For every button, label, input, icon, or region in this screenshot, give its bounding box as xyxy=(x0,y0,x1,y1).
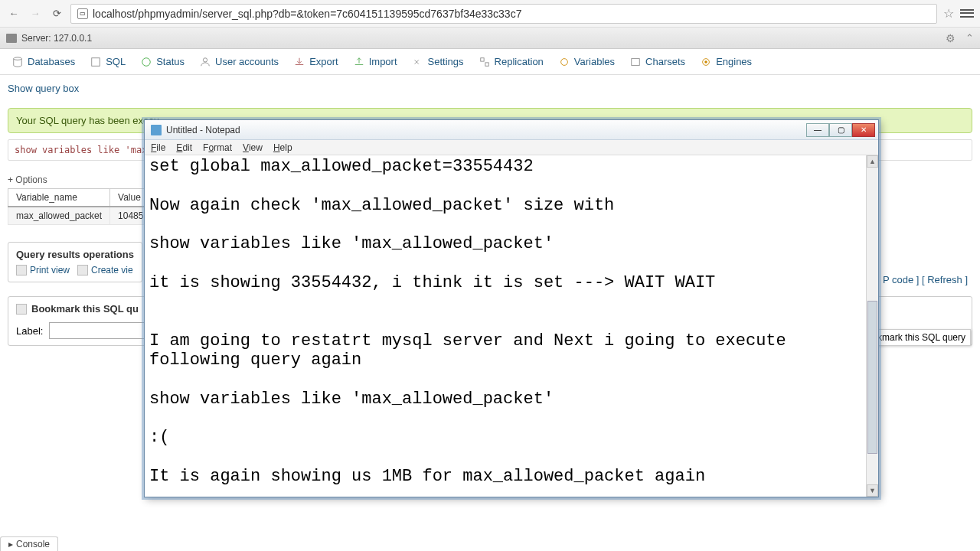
svg-rect-1 xyxy=(92,57,100,66)
php-code-link[interactable]: P code xyxy=(883,274,913,285)
export-icon xyxy=(294,57,305,67)
forward-button[interactable]: → xyxy=(28,6,43,21)
tab-status[interactable]: Status xyxy=(133,51,192,72)
notepad-titlebar[interactable]: Untitled - Notepad — ▢ ✕ xyxy=(145,120,878,140)
tab-charsets[interactable]: Charsets xyxy=(622,51,693,72)
tab-user-accounts[interactable]: User accounts xyxy=(192,51,286,72)
print-icon xyxy=(16,265,27,276)
database-icon xyxy=(12,57,23,67)
back-button[interactable]: ← xyxy=(6,6,21,21)
variables-icon xyxy=(559,57,570,67)
server-label: Server: 127.0.0.1 xyxy=(21,33,92,44)
bookmark-star-icon[interactable]: ☆ xyxy=(943,6,954,21)
bookmark-icon xyxy=(16,304,27,315)
maximize-button[interactable]: ▢ xyxy=(829,123,852,137)
browser-toolbar: ← → ⟳ ▭ localhost/phpmyadmin/server_sql.… xyxy=(0,0,980,28)
tab-engines[interactable]: Engines xyxy=(693,51,760,72)
tab-databases[interactable]: Databases xyxy=(5,51,83,72)
address-bar[interactable]: ▭ localhost/phpmyadmin/server_sql.php?db… xyxy=(70,4,937,24)
nav-tabs: Databases SQL Status User accounts Expor… xyxy=(0,49,980,75)
scrollbar[interactable]: ▲ ▼ xyxy=(866,155,878,497)
close-button[interactable]: ✕ xyxy=(852,123,875,137)
menu-view[interactable]: View xyxy=(243,142,263,153)
ops-title: Query results operations xyxy=(16,249,134,260)
label-label: Label: xyxy=(16,325,43,337)
menu-format[interactable]: Format xyxy=(203,142,232,153)
scroll-thumb[interactable] xyxy=(867,301,877,454)
menu-edit[interactable]: Edit xyxy=(176,142,192,153)
replication-icon xyxy=(479,57,490,67)
svg-point-9 xyxy=(704,60,707,64)
tab-settings[interactable]: Settings xyxy=(405,51,472,72)
scroll-down-icon[interactable]: ▼ xyxy=(867,484,878,497)
server-breadcrumb: Server: 127.0.0.1 ⚙ ⌃ xyxy=(0,28,980,49)
reload-button[interactable]: ⟳ xyxy=(49,6,64,21)
minimize-button[interactable]: — xyxy=(806,123,829,137)
tab-replication[interactable]: Replication xyxy=(472,51,551,72)
svg-rect-5 xyxy=(485,62,488,65)
engines-icon xyxy=(701,57,711,67)
settings-icon xyxy=(413,57,423,67)
create-view-button[interactable]: Create vie xyxy=(77,265,133,276)
query-results-operations: Query results operations Print view Crea… xyxy=(8,242,142,282)
svg-point-0 xyxy=(14,57,22,60)
show-query-box-link[interactable]: Show query box xyxy=(8,83,79,94)
refresh-link[interactable]: Refresh xyxy=(927,274,962,285)
print-view-button[interactable]: Print view xyxy=(16,265,70,276)
svg-point-2 xyxy=(142,57,151,66)
svg-point-3 xyxy=(203,57,207,61)
import-icon xyxy=(354,57,364,67)
scroll-up-icon[interactable]: ▲ xyxy=(867,155,878,168)
gear-icon[interactable]: ⚙ xyxy=(946,32,956,44)
notepad-body: set global max_allowed_packet=33554432 N… xyxy=(145,155,878,497)
console-tab[interactable]: ▸ Console xyxy=(0,536,58,551)
tab-export[interactable]: Export xyxy=(286,51,346,72)
charsets-icon xyxy=(630,57,641,67)
server-icon xyxy=(6,34,17,43)
tab-sql[interactable]: SQL xyxy=(83,51,133,72)
notepad-icon xyxy=(151,125,162,135)
table-row: max_allowed_packet 1048576 xyxy=(8,207,162,225)
url-text: localhost/phpmyadmin/server_sql.php?db=&… xyxy=(93,8,521,20)
console-chevron-icon: ▸ xyxy=(8,539,13,549)
menu-file[interactable]: File xyxy=(151,142,165,153)
status-icon xyxy=(141,57,152,67)
collapse-icon[interactable]: ⌃ xyxy=(965,32,974,44)
cell-variable-name: max_allowed_packet xyxy=(8,207,110,225)
svg-point-6 xyxy=(560,58,567,65)
page-icon: ▭ xyxy=(77,8,88,19)
sql-icon xyxy=(90,57,101,67)
users-icon xyxy=(200,57,211,67)
svg-rect-4 xyxy=(480,57,483,60)
hamburger-menu-icon[interactable] xyxy=(960,7,974,21)
notepad-window: Untitled - Notepad — ▢ ✕ File Edit Forma… xyxy=(144,119,879,497)
result-links: P code ] [ Refresh ] xyxy=(883,274,968,285)
tab-import[interactable]: Import xyxy=(346,51,405,72)
result-table: Variable_name Value max_allowed_packet 1… xyxy=(8,188,162,225)
notepad-title: Untitled - Notepad xyxy=(166,125,802,135)
view-icon xyxy=(77,265,88,276)
svg-rect-7 xyxy=(632,58,640,65)
menu-help[interactable]: Help xyxy=(273,142,292,153)
tab-variables[interactable]: Variables xyxy=(551,51,622,72)
notepad-textarea[interactable]: set global max_allowed_packet=33554432 N… xyxy=(145,155,878,497)
col-variable-name[interactable]: Variable_name xyxy=(8,189,110,207)
notepad-menubar: File Edit Format View Help xyxy=(145,140,878,155)
bookmark-title: Bookmark this SQL qu xyxy=(31,303,139,315)
